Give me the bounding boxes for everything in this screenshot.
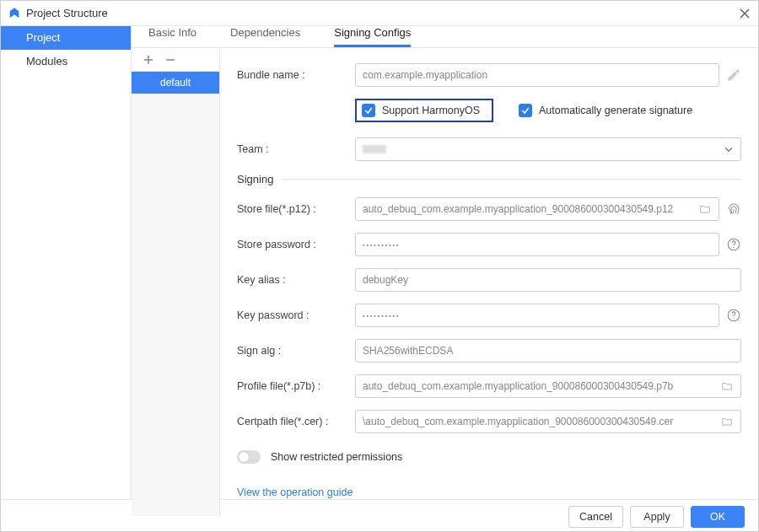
svg-point-1 <box>733 247 734 248</box>
store-file-input[interactable]: auto_debuq_com.example.myapplication_900… <box>355 197 719 221</box>
apply-button[interactable]: Apply <box>630 506 684 528</box>
app-logo-icon <box>8 7 21 20</box>
team-dropdown[interactable] <box>355 137 741 161</box>
sidebar: Project Modules <box>1 26 132 499</box>
remove-config-icon[interactable] <box>164 53 177 67</box>
signing-section-label: Signing <box>237 173 273 185</box>
profile-file-input[interactable]: auto_debuq_com.example.myapplication_900… <box>355 374 741 398</box>
tab-dependencies[interactable]: Dependencies <box>230 26 300 47</box>
auto-generate-signature-checkbox[interactable] <box>519 104 532 117</box>
add-config-icon[interactable] <box>142 53 155 67</box>
folder-icon[interactable] <box>698 203 712 215</box>
support-harmonyos-box: Support HarmonyOS <box>355 99 493 122</box>
certpath-file-input[interactable]: \auto_debuq_com.example.myapplication_90… <box>355 410 741 433</box>
certpath-file-value: \auto_debuq_com.example.myapplication_90… <box>363 416 673 427</box>
team-value <box>363 145 386 153</box>
edit-icon[interactable] <box>726 67 741 83</box>
sign-alg-input[interactable] <box>355 339 741 363</box>
chevron-down-icon <box>724 144 734 154</box>
cancel-button[interactable]: Cancel <box>568 506 623 528</box>
key-alias-input[interactable] <box>355 268 741 292</box>
tab-basic-info[interactable]: Basic Info <box>148 26 196 47</box>
tab-signing-configs[interactable]: Signing Configs <box>334 26 411 47</box>
help-icon[interactable] <box>726 237 741 252</box>
sidebar-item-modules[interactable]: Modules <box>1 50 131 73</box>
profile-file-value: auto_debuq_com.example.myapplication_900… <box>363 380 673 392</box>
svg-point-3 <box>733 318 734 319</box>
fingerprint-icon[interactable] <box>726 202 741 217</box>
certpath-file-label: Certpath file(*.cer) : <box>237 416 355 427</box>
sign-alg-label: Sign alg : <box>237 345 355 357</box>
restricted-permissions-label: Show restricted permissions <box>271 451 402 463</box>
support-harmonyos-checkbox[interactable] <box>362 104 375 117</box>
help-icon[interactable] <box>726 308 741 323</box>
profile-file-label: Profile file(*.p7b) : <box>237 380 355 392</box>
titlebar: Project Structure <box>1 1 758 26</box>
bundle-name-input[interactable] <box>355 63 719 87</box>
ok-button[interactable]: OK <box>691 506 745 528</box>
sidebar-item-project[interactable]: Project <box>1 26 131 50</box>
key-password-label: Key password : <box>237 309 355 321</box>
support-harmonyos-label: Support HarmonyOS <box>382 105 480 116</box>
window-title: Project Structure <box>26 7 738 19</box>
tabs: Basic Info Dependencies Signing Configs <box>132 26 758 48</box>
store-file-value: auto_debuq_com.example.myapplication_900… <box>363 203 673 215</box>
config-list-column: default <box>132 48 220 516</box>
signing-section-header: Signing <box>237 173 741 185</box>
key-password-input[interactable] <box>355 304 719 327</box>
config-item-default[interactable]: default <box>132 72 219 94</box>
auto-generate-signature-label: Automatically generate signature <box>539 105 692 116</box>
store-password-input[interactable] <box>355 233 719 256</box>
operation-guide-link[interactable]: View the operation guide <box>237 486 353 498</box>
restricted-permissions-toggle[interactable] <box>237 450 261 464</box>
team-label: Team : <box>237 143 355 155</box>
key-alias-label: Key alias : <box>237 274 355 286</box>
bundle-name-label: Bundle name : <box>237 69 355 81</box>
folder-icon[interactable] <box>720 416 734 427</box>
close-icon[interactable] <box>738 7 751 20</box>
store-file-label: Store file(*.p12) : <box>237 203 355 215</box>
store-password-label: Store password : <box>237 239 355 250</box>
folder-icon[interactable] <box>720 380 734 392</box>
